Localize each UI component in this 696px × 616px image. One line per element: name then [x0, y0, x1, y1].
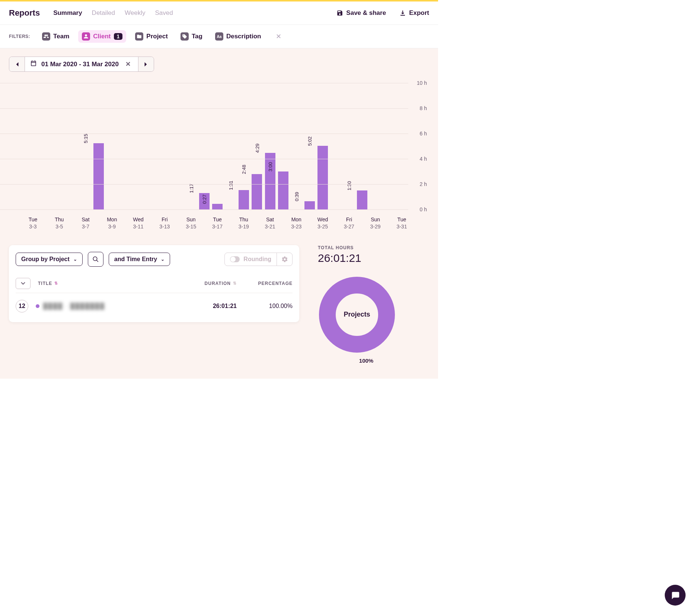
bar[interactable]: 4:29 [265, 153, 275, 209]
group-by-select[interactable]: Group by Project ⌄ [16, 253, 83, 266]
calendar-icon [30, 60, 37, 68]
filter-tag[interactable]: Tag [177, 30, 206, 43]
table-header: TITLE ⇅ DURATION ⇅ PERCENTAGE [16, 274, 293, 293]
bar[interactable]: 1:31 [239, 190, 249, 209]
column-percentage[interactable]: PERCENTAGE [237, 281, 293, 286]
filters-label: FILTERS: [9, 34, 30, 39]
tab-detailed[interactable]: Detailed [92, 9, 115, 17]
x-tick: Tue3-31 [395, 216, 408, 230]
x-tick: Fri3-27 [342, 216, 355, 230]
chevron-down-icon: ⌄ [73, 257, 77, 262]
x-tick [198, 216, 211, 230]
x-tick: Fri3-13 [158, 216, 171, 230]
x-tick [329, 216, 342, 230]
sort-icon: ⇅ [54, 281, 58, 286]
y-tick-label: 0 h [420, 206, 427, 212]
sub-group-select[interactable]: and Time Entry ⌄ [109, 253, 170, 266]
filter-badge: 1 [114, 33, 123, 40]
date-prev-button[interactable] [9, 57, 25, 71]
y-tick-label: 10 h [417, 80, 427, 86]
column-duration[interactable]: DURATION ⇅ [170, 281, 237, 286]
toggle-icon [230, 256, 240, 262]
table-row[interactable]: 12████ · ███████26:01:21100.00% [16, 293, 293, 315]
bar-value-label: 1:17 [189, 184, 194, 193]
column-title[interactable]: TITLE ⇅ [38, 281, 170, 286]
x-tick: Thu3-5 [53, 216, 66, 230]
row-duration: 26:01:21 [170, 303, 237, 309]
x-tick [382, 216, 395, 230]
tab-weekly[interactable]: Weekly [125, 9, 145, 17]
bar[interactable]: 5:02 [317, 146, 328, 209]
x-tick [145, 216, 158, 230]
x-tick [224, 216, 237, 230]
bar[interactable]: 5:15 [93, 143, 104, 210]
bar-value-label: 5:15 [83, 134, 89, 143]
svg-point-0 [93, 257, 97, 261]
x-tick [92, 216, 105, 230]
filter-project[interactable]: Project [131, 30, 172, 43]
chevron-right-icon [144, 62, 148, 67]
x-tick [13, 216, 26, 230]
bar-value-label: 0:39 [294, 192, 300, 201]
y-tick-label: 6 h [420, 131, 427, 137]
x-tick: Thu3-19 [237, 216, 250, 230]
chevron-down-icon: ⌄ [161, 257, 165, 262]
search-button[interactable] [88, 252, 103, 267]
team-icon [42, 32, 50, 41]
x-tick: Mon3-23 [290, 216, 303, 230]
filters-bar: FILTERS: TeamClient1ProjectTagAaDescript… [0, 25, 438, 48]
clear-filter-button[interactable]: ✕ [273, 32, 284, 41]
tab-saved[interactable]: Saved [155, 9, 173, 17]
row-title: ████ · ███████ [36, 303, 170, 309]
chevron-left-icon [15, 62, 19, 67]
x-tick [39, 216, 52, 230]
x-tick [119, 216, 132, 230]
x-tick [303, 216, 316, 230]
x-tick: Sat3-21 [264, 216, 277, 230]
filter-team[interactable]: Team [38, 30, 73, 43]
rounding-settings-button[interactable] [277, 253, 292, 266]
x-tick: Tue3-3 [26, 216, 39, 230]
page-title: Reports [9, 8, 40, 18]
donut-percentage: 100% [318, 357, 415, 364]
date-next-button[interactable] [138, 57, 154, 71]
bar[interactable]: 2:48 [252, 174, 262, 209]
x-tick [66, 216, 79, 230]
date-range-text: 01 Mar 2020 - 31 Mar 2020 [41, 61, 119, 68]
bar[interactable]: 0:27 [212, 204, 223, 209]
filter-description[interactable]: AaDescription [211, 30, 265, 43]
filter-client[interactable]: Client1 [78, 30, 126, 43]
project-icon [135, 32, 143, 41]
bar-value-label: 1:30 [347, 181, 352, 190]
row-percentage: 100.00% [237, 303, 293, 309]
bar[interactable]: 3:00 [278, 171, 288, 209]
bar-value-label: 1:31 [228, 181, 234, 190]
save-share-button[interactable]: Save & share [336, 9, 386, 17]
tab-summary[interactable]: Summary [53, 9, 82, 17]
bar-value-label: 2:48 [241, 165, 247, 174]
x-tick [356, 216, 369, 230]
chevron-down-icon [21, 282, 25, 285]
client-icon [82, 32, 90, 41]
total-hours-value: 26:01:21 [318, 252, 415, 264]
description-icon: Aa [215, 32, 223, 41]
row-count-badge: 12 [16, 300, 28, 312]
x-tick [277, 216, 290, 230]
y-tick-label: 8 h [420, 105, 427, 111]
export-button[interactable]: Export [399, 9, 429, 17]
rounding-toggle[interactable]: Rounding [225, 253, 277, 266]
expand-all-button[interactable] [16, 278, 31, 289]
x-tick: Sun3-29 [369, 216, 382, 230]
x-tick [0, 216, 13, 230]
bar-value-label: 3:00 [268, 162, 273, 171]
date-range-button[interactable]: 01 Mar 2020 - 31 Mar 2020 ✕ [25, 57, 138, 71]
x-tick: Tue3-17 [211, 216, 224, 230]
x-tick: Sat3-7 [79, 216, 92, 230]
bar[interactable]: 0:39 [304, 201, 315, 209]
bar[interactable]: 1:30 [357, 190, 367, 209]
download-icon [399, 10, 406, 16]
x-tick: Mon3-9 [105, 216, 118, 230]
y-tick-label: 2 h [420, 181, 427, 187]
date-clear-button[interactable]: ✕ [123, 60, 133, 68]
projects-donut-chart: Projects [318, 276, 396, 354]
